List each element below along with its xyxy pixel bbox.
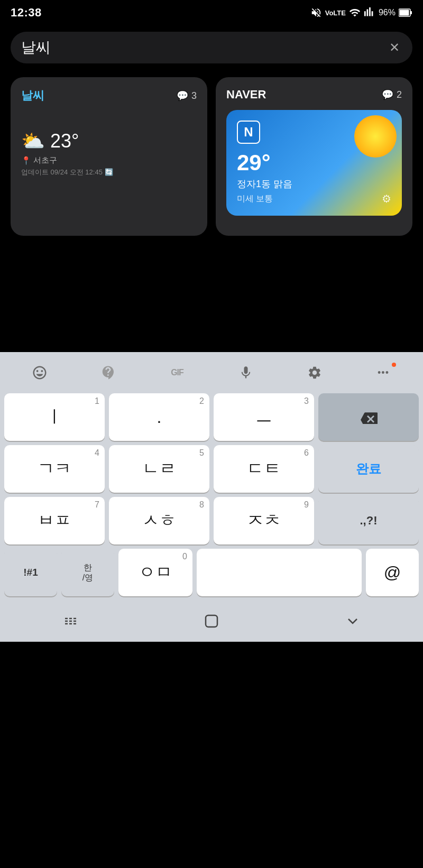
key-delete[interactable]	[318, 393, 419, 441]
gif-button[interactable]: GIF	[162, 359, 192, 386]
key-3-ㅡ[interactable]: 3 ㅡ	[214, 393, 314, 441]
key-4-ㄱㅋ[interactable]: 4 ㄱㅋ	[4, 445, 105, 493]
naver-widget-header: NAVER 💬 2	[226, 88, 402, 101]
naver-widget[interactable]: NAVER 💬 2 N 29° 정자1동 맑음 미세 보통 ⚙	[216, 77, 412, 236]
keyboard-row-2: 4 ㄱㅋ 5 ㄴㄹ 6 ㄷㅌ 완료	[4, 445, 419, 493]
volte-icon: VoLTE	[325, 9, 346, 17]
home-button[interactable]	[196, 611, 227, 632]
back-icon	[345, 614, 360, 629]
naver-sub: 미세 보통 ⚙	[237, 192, 391, 205]
status-bar: 12:38 VoLTE 96%	[0, 0, 423, 23]
weather-widget-title: 날씨	[21, 88, 44, 104]
keyboard-row-4: !#1 한/영 0 ㅇㅁ @	[4, 549, 419, 596]
wifi-icon	[349, 7, 361, 19]
key-8-ㅅㅎ[interactable]: 8 ㅅㅎ	[109, 497, 209, 544]
key-space[interactable]	[197, 549, 362, 596]
key-at[interactable]: @	[366, 549, 419, 596]
bottom-nav	[0, 603, 423, 642]
search-input[interactable]: 날씨	[21, 39, 387, 56]
chat-icon-weather: 💬	[177, 90, 188, 101]
search-clear-button[interactable]: ✕	[387, 38, 402, 57]
search-bar-container: 날씨 ✕	[0, 23, 423, 72]
emoji-button[interactable]	[25, 359, 54, 386]
status-icons: VoLTE 96%	[310, 7, 412, 19]
naver-widget-title: NAVER	[226, 88, 266, 101]
svg-rect-2	[400, 10, 409, 16]
naver-sun-icon	[354, 115, 397, 158]
naver-badge: 💬 2	[382, 89, 402, 100]
keyboard-row-1: 1 ㅣ 2 . 3 ㅡ	[4, 393, 419, 441]
battery-status: 96%	[379, 8, 396, 17]
key-6-ㄷㅌ[interactable]: 6 ㄷㅌ	[214, 445, 314, 493]
location-pin-icon: 📍	[21, 156, 31, 165]
battery-icon	[399, 8, 412, 17]
chat-icon-naver: 💬	[382, 89, 393, 100]
key-symbol[interactable]: !#1	[4, 549, 57, 596]
weather-update-text: 업데이트 09/24 오전 12:45 🔄	[21, 168, 197, 177]
keyboard-row-3: 7 ㅂㅍ 8 ㅅㅎ 9 ㅈㅊ .,?!	[4, 497, 419, 544]
key-7-ㅂㅍ[interactable]: 7 ㅂㅍ	[4, 497, 105, 544]
mic-button[interactable]	[231, 359, 261, 386]
signal-icon	[364, 7, 375, 19]
weather-widget-header: 날씨 💬 3	[21, 88, 197, 104]
keyboard-area: GIF ••• 1 ㅣ 2 . 3 ㅡ	[0, 352, 423, 642]
recent-apps-icon	[62, 613, 78, 629]
key-5-ㄴㄹ[interactable]: 5 ㄴㄹ	[109, 445, 209, 493]
search-bar[interactable]: 날씨 ✕	[11, 32, 412, 63]
back-button[interactable]	[337, 611, 369, 632]
key-2-dot[interactable]: 2 .	[109, 393, 209, 441]
key-punctuation[interactable]: .,?!	[318, 497, 419, 544]
weather-badge-count: 3	[191, 90, 197, 101]
weather-widget[interactable]: 날씨 💬 3 ⛅ 23° 📍 서초구 업데이트 09/24 오전 12:45 🔄	[11, 77, 207, 236]
home-icon	[203, 613, 220, 630]
naver-logo: N	[237, 121, 260, 144]
naver-gear-icon[interactable]: ⚙	[382, 192, 391, 205]
naver-weather-card[interactable]: N 29° 정자1동 맑음 미세 보통 ⚙	[226, 110, 402, 216]
weather-icon: ⛅	[21, 130, 45, 152]
widget-area: 날씨 💬 3 ⛅ 23° 📍 서초구 업데이트 09/24 오전 12:45 🔄…	[0, 72, 423, 246]
key-lang-switch[interactable]: 한/영	[61, 549, 114, 596]
settings-button[interactable]	[300, 359, 329, 386]
weather-badge: 💬 3	[177, 90, 197, 101]
backspace-icon	[360, 410, 378, 424]
weather-location: 📍 서초구	[21, 155, 197, 165]
status-time: 12:38	[11, 6, 42, 20]
sticker-button[interactable]	[94, 359, 123, 386]
key-9-ㅈㅊ[interactable]: 9 ㅈㅊ	[214, 497, 314, 544]
key-1-ㅣ[interactable]: 1 ㅣ	[4, 393, 105, 441]
weather-temperature: 23°	[50, 130, 79, 152]
weather-temp-row: ⛅ 23°	[21, 130, 197, 152]
key-done[interactable]: 완료	[318, 445, 419, 493]
key-0-ㅇㅁ[interactable]: 0 ㅇㅁ	[118, 549, 192, 596]
more-button[interactable]: •••	[369, 359, 398, 386]
svg-rect-1	[410, 11, 412, 14]
keyboard-toolbar: GIF •••	[0, 352, 423, 391]
keyboard-keys: 1 ㅣ 2 . 3 ㅡ 4 ㄱㅋ 5	[0, 391, 423, 603]
naver-badge-count: 2	[397, 89, 402, 100]
black-spacer	[0, 246, 423, 352]
naver-condition: 정자1동 맑음	[237, 178, 391, 190]
recent-apps-button[interactable]	[54, 611, 86, 632]
weather-location-text: 서초구	[33, 155, 57, 165]
weather-info: ⛅ 23° 📍 서초구 업데이트 09/24 오전 12:45 🔄	[21, 130, 197, 177]
svg-rect-12	[206, 615, 217, 627]
mute-icon	[310, 7, 322, 19]
